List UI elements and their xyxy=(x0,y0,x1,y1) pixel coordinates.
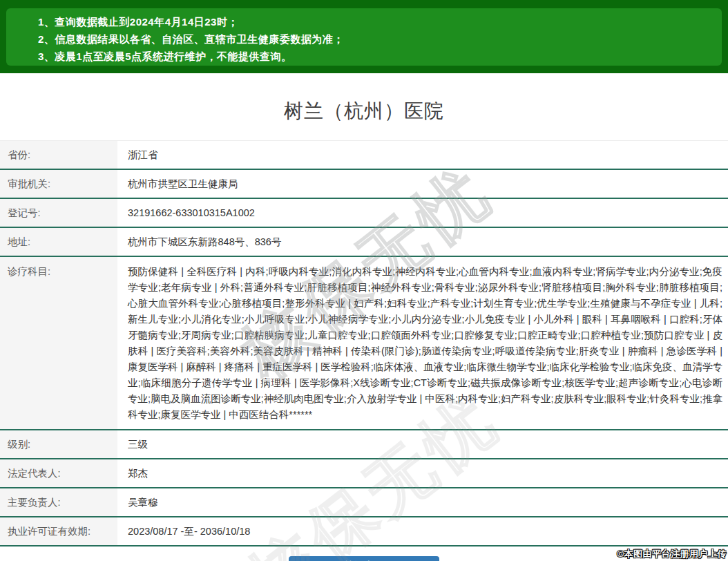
row-value: 浙江省 xyxy=(117,141,728,169)
row-value: 郑杰 xyxy=(117,459,728,487)
table-row-registration-number: 登记号: 32191662-633010315A1002 xyxy=(0,199,728,228)
table-row-medical-subjects: 诊疗科目: 预防保健科 | 全科医疗科 | 内科;呼吸内科专业;消化内科专业;神… xyxy=(0,257,728,430)
row-label: 登记号: xyxy=(0,199,117,227)
row-value: 2023/08/17 -至- 2036/10/18 xyxy=(117,517,728,545)
row-label: 法定代表人: xyxy=(0,459,117,487)
row-label: 主要负责人: xyxy=(0,488,117,516)
table-row-level: 级别: 三级 xyxy=(0,430,728,459)
row-value: 杭州市拱墅区卫生健康局 xyxy=(117,170,728,198)
row-value: 吴章穆 xyxy=(117,488,728,516)
table-row-person-in-charge: 主要负责人: 吴章穆 xyxy=(0,488,728,517)
upload-credit-badge: ©本图由平台注册用户上传 xyxy=(617,548,727,560)
row-value: 杭州市下城区东新路848号、836号 xyxy=(117,228,728,256)
notice-item: 2、信息数据结果以各省、自治区、直辖市卫生健康委数据为准； xyxy=(38,30,708,48)
notice-banner-frame: 1、查询数据截止到2024年4月14日23时； 2、信息数据结果以各省、自治区、… xyxy=(0,0,728,73)
notice-item: 3、凌晨1点至凌晨5点系统进行维护，不能提供查询。 xyxy=(38,48,708,65)
row-label: 地址: xyxy=(0,228,117,256)
table-row-approval-authority: 审批机关: 杭州市拱墅区卫生健康局 xyxy=(0,170,728,199)
table-row-legal-representative: 法定代表人: 郑杰 xyxy=(0,459,728,488)
row-value: 预防保健科 | 全科医疗科 | 内科;呼吸内科专业;消化内科专业;神经内科专业;… xyxy=(117,257,728,429)
notice-item: 1、查询数据截止到2024年4月14日23时； xyxy=(38,13,708,30)
row-label: 审批机关: xyxy=(0,170,117,198)
table-row-address: 地址: 杭州市下城区东新路848号、836号 xyxy=(0,228,728,257)
table-row-license-validity: 执业许可证有效期: 2023/08/17 -至- 2036/10/18 xyxy=(0,517,728,546)
close-window-button[interactable]: 〖关闭窗口〗 xyxy=(289,556,439,561)
page-title: 树兰（杭州）医院 xyxy=(0,98,728,124)
row-label: 诊疗科目: xyxy=(0,257,117,429)
row-value: 三级 xyxy=(117,430,728,458)
notice-banner: 1、查询数据截止到2024年4月14日23时； 2、信息数据结果以各省、自治区、… xyxy=(6,8,722,66)
row-label: 省份: xyxy=(0,141,117,169)
row-label: 执业许可证有效期: xyxy=(0,517,117,545)
details-table: 省份: 浙江省 审批机关: 杭州市拱墅区卫生健康局 登记号: 32191662-… xyxy=(0,140,728,546)
row-label: 级别: xyxy=(0,430,117,458)
table-row-province: 省份: 浙江省 xyxy=(0,141,728,170)
row-value: 32191662-633010315A1002 xyxy=(117,199,728,227)
